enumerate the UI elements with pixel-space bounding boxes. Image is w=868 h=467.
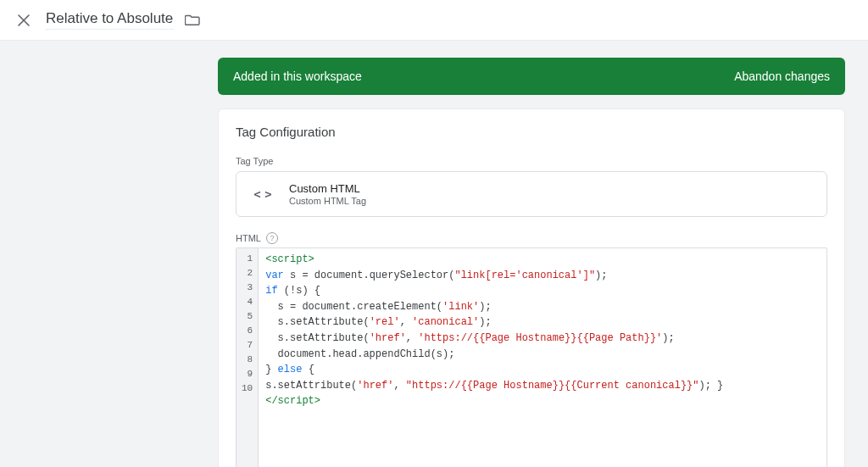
help-icon[interactable]: ? <box>266 232 278 244</box>
code-body[interactable]: <script>var s = document.querySelector("… <box>259 248 826 467</box>
tagtype-sub: Custom HTML Tag <box>289 196 366 206</box>
folder-icon <box>185 14 200 26</box>
tagtype-selector[interactable]: < > Custom HTML Custom HTML Tag <box>236 171 827 217</box>
card-title: Tag Configuration <box>236 125 827 139</box>
close-button[interactable] <box>12 8 36 32</box>
close-icon <box>18 14 30 26</box>
tagtype-name: Custom HTML <box>289 182 366 197</box>
tagtype-label: Tag Type <box>236 156 827 166</box>
banner-message: Added in this workspace <box>233 69 362 83</box>
code-brackets-icon: < > <box>248 181 275 208</box>
topbar: Relative to Absolute <box>0 0 868 41</box>
code-gutter: 12345678910 <box>236 248 259 467</box>
folder-button[interactable] <box>185 14 200 26</box>
tag-config-card: Tag Configuration Tag Type < > Custom HT… <box>218 108 845 467</box>
content-area: Added in this workspace Abandon changes … <box>0 41 868 467</box>
html-label-row: HTML ? <box>236 232 827 244</box>
abandon-changes-button[interactable]: Abandon changes <box>734 69 830 83</box>
workspace-banner: Added in this workspace Abandon changes <box>218 58 845 95</box>
page-title[interactable]: Relative to Absolute <box>46 10 173 30</box>
panel-stack: Added in this workspace Abandon changes … <box>218 58 845 467</box>
code-editor[interactable]: 12345678910 <script>var s = document.que… <box>236 247 827 467</box>
html-label: HTML <box>236 233 261 243</box>
tagtype-text: Custom HTML Custom HTML Tag <box>289 182 366 207</box>
